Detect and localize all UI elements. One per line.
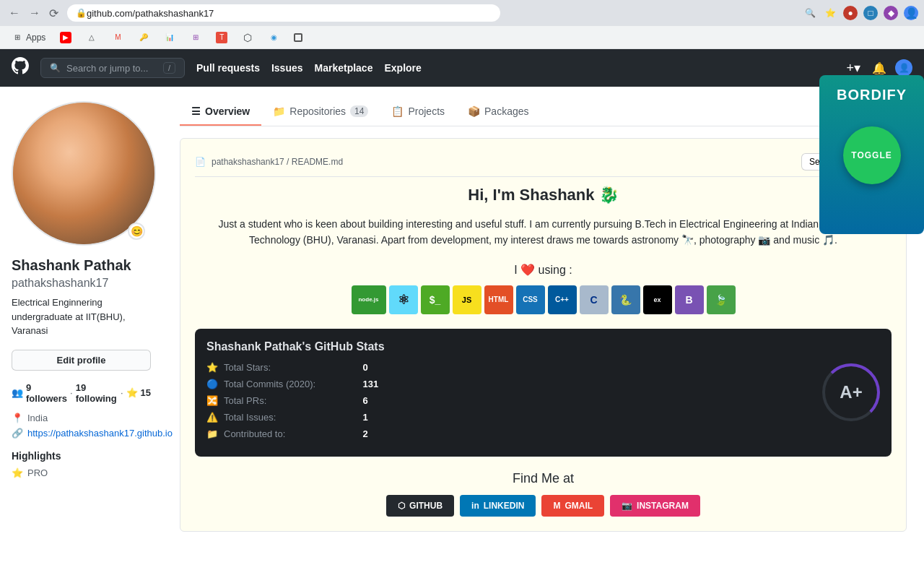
instagram-social-button[interactable]: 📷 INSTAGRAM <box>610 495 700 517</box>
toggl-icon: T <box>216 32 227 43</box>
github-header: 🔍 Search or jump to... / Pull requests I… <box>0 49 924 87</box>
followers-count[interactable]: 9 followers <box>26 382 67 404</box>
highlights-title: Highlights <box>12 450 151 462</box>
profile-name: Shashank Pathak <box>12 257 151 274</box>
bash-icon: $_ <box>421 285 450 314</box>
tab-repositories[interactable]: 📁 Repositories 14 <box>261 98 380 126</box>
stars-count[interactable]: 15 <box>141 387 151 398</box>
avatar-container: 😊 <box>12 101 151 246</box>
square-icon <box>294 33 302 42</box>
tab-packages[interactable]: 📦 Packages <box>456 98 540 126</box>
contributed-value: 2 <box>363 428 385 439</box>
location-text: India <box>27 413 48 423</box>
commits-label: Total Commits (2020): <box>224 379 315 389</box>
extension-icon-3[interactable]: ◆ <box>884 6 898 20</box>
extension-icon-1[interactable]: ● <box>843 6 858 20</box>
extension-icon-2[interactable]: □ <box>863 6 878 20</box>
website-url: https://pathakshashank17.github.io <box>27 428 173 439</box>
youtube-bookmark[interactable]: ▶ <box>54 30 77 45</box>
stats-list: ⭐ Total Stars: 0 🔵 Total Commits (2020):… <box>206 362 385 439</box>
stats-content: Shashank Pathak's GitHub Stats ⭐ Total S… <box>206 340 385 445</box>
react-icon: ⚛ <box>389 285 418 314</box>
issues-label: Total Issues: <box>224 412 276 423</box>
misc-bookmark[interactable]: ◉ <box>262 30 285 45</box>
user-avatar[interactable]: 👤 <box>904 6 918 20</box>
javascript-icon: JS <box>453 285 481 314</box>
c-icon: C <box>580 285 609 314</box>
tab-projects[interactable]: 📋 Projects <box>380 98 456 126</box>
search-placeholder: Search or jump to... <box>66 63 157 74</box>
bordify-title: BORDIFY <box>837 87 907 103</box>
issues-nav[interactable]: Issues <box>271 62 303 74</box>
grade-value: A+ <box>840 382 862 402</box>
tech-icons: node.js ⚛ $_ JS HTML CSS C++ C � <box>195 285 892 314</box>
pull-requests-nav[interactable]: Pull requests <box>196 62 260 74</box>
bordify-toggle-button[interactable]: TOGGLE <box>843 126 901 184</box>
drive-bookmark[interactable]: △ <box>80 30 103 45</box>
search-icon[interactable]: 🔍 <box>803 6 817 20</box>
back-button[interactable]: ← <box>6 4 23 23</box>
packages-label: Packages <box>484 105 528 117</box>
tab-overview[interactable]: ☰ Overview <box>180 98 261 126</box>
readme-title: Hi, I'm Shashank 🐉 <box>195 186 892 204</box>
github-bookmark[interactable]: ⬡ <box>236 30 259 45</box>
bordify-popup: BORDIFY TOGGLE <box>819 75 924 234</box>
edit-profile-button[interactable]: Edit profile <box>12 350 151 371</box>
app2-icon: ⊞ <box>190 32 201 43</box>
cpp-icon: C++ <box>548 285 577 314</box>
website-icon: 🔗 <box>12 428 23 439</box>
search-shortcut: / <box>163 62 175 74</box>
stats-item-prs: 🔀 Total PRs: 6 <box>206 395 385 406</box>
github-social-icon: ⬡ <box>398 501 405 511</box>
profile-website[interactable]: 🔗 https://pathakshashank17.github.io <box>12 428 151 439</box>
marketplace-nav[interactable]: Marketplace <box>315 62 373 74</box>
keepass-bookmark[interactable]: 🔑 <box>132 30 155 45</box>
profile-tabs: ☰ Overview 📁 Repositories 14 📋 Projects … <box>180 98 907 126</box>
address-bar[interactable]: 🔒 github.com/pathakshashank17 <box>67 4 500 22</box>
find-me-title: Find Me at <box>195 471 892 486</box>
mongodb-icon: 🍃 <box>707 285 736 314</box>
gmail-social-button[interactable]: M GMAIL <box>541 495 604 517</box>
user-menu[interactable]: 👤 <box>895 59 912 77</box>
readme-bio: Just a student who is keen about buildin… <box>195 216 892 249</box>
forward-button[interactable]: → <box>26 4 43 23</box>
gmail-social-icon: M <box>553 501 560 511</box>
url-text: github.com/pathakshashank17 <box>87 8 492 19</box>
bookmark-icon[interactable]: ⭐ <box>823 6 837 20</box>
pro-badge: ⭐ PRO <box>12 467 151 478</box>
apps-label: Apps <box>26 33 45 43</box>
gmail-icon: M <box>112 32 123 43</box>
python-icon: 🐍 <box>611 285 640 314</box>
html-icon: HTML <box>484 285 513 314</box>
grade-circle: A+ <box>822 363 880 421</box>
overview-icon: ☰ <box>191 105 201 117</box>
using-title: I ❤️ using : <box>195 263 892 277</box>
square-bookmark[interactable] <box>288 32 308 43</box>
stat-separator: · <box>70 387 73 398</box>
app2-bookmark[interactable]: ⊞ <box>184 30 207 45</box>
profile-username: pathakshashank17 <box>12 277 151 290</box>
explore-nav[interactable]: Explore <box>384 62 421 74</box>
stats-item-commits: 🔵 Total Commits (2020): 131 <box>206 379 385 389</box>
gmail-bookmark[interactable]: M <box>106 30 129 45</box>
keepass-icon: 🔑 <box>138 32 149 43</box>
following-count[interactable]: 19 following <box>76 382 118 404</box>
reload-button[interactable]: ⟳ <box>46 4 61 23</box>
commits-value: 131 <box>363 379 385 389</box>
instagram-social-label: INSTAGRAM <box>637 501 689 511</box>
readme-container: 📄 pathakshashank17 / README.md Send feed… <box>180 138 907 532</box>
analytics-icon: 📊 <box>164 32 175 43</box>
linkedin-social-button[interactable]: in LINKEDIN <box>460 495 536 517</box>
using-section: I ❤️ using : node.js ⚛ $_ JS HTML CSS C+… <box>195 263 892 314</box>
toggl-bookmark[interactable]: T <box>210 30 233 45</box>
apps-bookmark[interactable]: ⊞ Apps <box>6 30 51 45</box>
profile-sidebar: 😊 Shashank Pathak pathakshashank17 Elect… <box>0 87 162 578</box>
github-social-button[interactable]: ⬡ GITHUB <box>386 495 454 517</box>
analytics-bookmark[interactable]: 📊 <box>158 30 181 45</box>
github-logo[interactable] <box>12 57 29 79</box>
bootstrap-icon: B <box>675 285 704 314</box>
search-bar[interactable]: 🔍 Search or jump to... / <box>40 58 185 78</box>
avatar-badge: 😊 <box>128 223 145 240</box>
issues-value: 1 <box>363 412 385 423</box>
misc-icon: ◉ <box>268 32 279 43</box>
